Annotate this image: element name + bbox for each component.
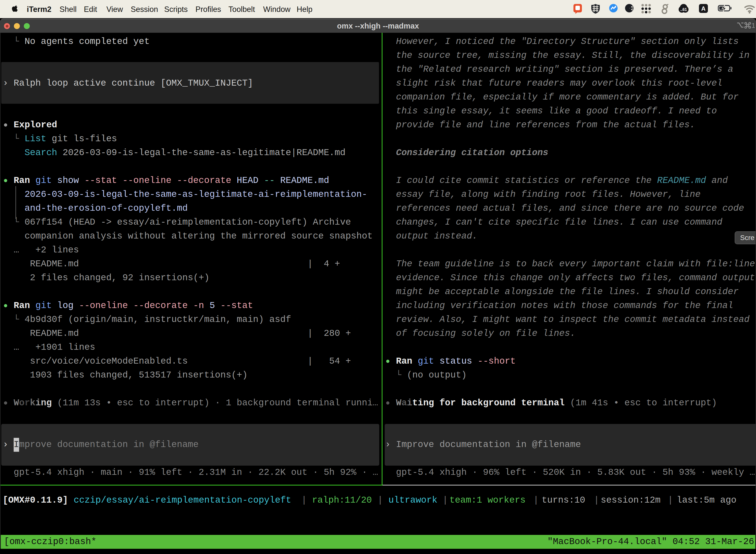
svg-text:1: 1 [752,22,755,29]
svg-text:A: A [701,5,705,12]
svg-text:..61: ..61 [680,7,687,12]
